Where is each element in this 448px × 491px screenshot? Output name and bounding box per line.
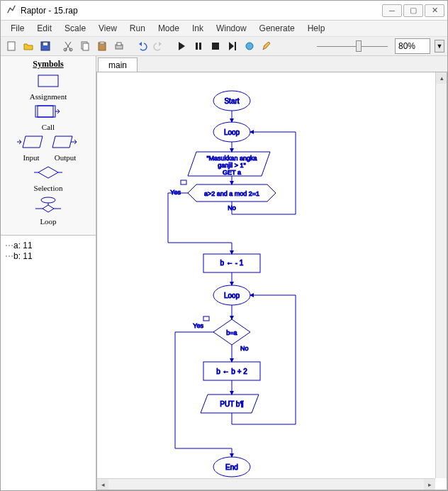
svg-text:Yes: Yes (193, 322, 203, 329)
svg-point-4 (69, 48, 72, 51)
variable-row: a: 11 (5, 241, 91, 250)
svg-rect-30 (181, 180, 186, 184)
zoom-dropdown-arrow[interactable]: ▼ (435, 40, 444, 53)
symbol-loop[interactable]: Loop (1, 196, 96, 226)
toolbar: 80% ▼ (1, 37, 447, 56)
save-button[interactable] (38, 38, 53, 54)
symbol-input[interactable]: Input (16, 135, 47, 162)
tabbar: main (96, 56, 447, 72)
svg-rect-40 (203, 316, 209, 321)
svg-text:b ← b + 2: b ← b + 2 (216, 368, 247, 375)
symbol-assignment[interactable]: Assignment (1, 74, 96, 101)
symbols-panel: Symbols Assignment Call Input (1, 56, 96, 236)
svg-text:Loop: Loop (224, 292, 240, 299)
svg-rect-14 (235, 42, 236, 50)
flowchart-canvas[interactable]: Start Loop "Masukkan angka ganjil > 1" G… (96, 72, 447, 490)
pause-button[interactable] (191, 38, 206, 54)
print-button[interactable] (111, 38, 127, 54)
svg-rect-17 (35, 106, 55, 117)
svg-rect-10 (117, 43, 121, 45)
step-button[interactable] (225, 38, 240, 54)
svg-point-15 (246, 43, 253, 50)
flowchart-svg: Start Loop "Masukkan angka ganjil > 1" G… (97, 72, 437, 490)
breakpoint-button[interactable] (242, 38, 257, 54)
stop-button[interactable] (208, 38, 223, 54)
svg-text:End: End (225, 463, 238, 471)
zoom-value: 80% (398, 41, 415, 51)
left-pane: Symbols Assignment Call Input (1, 56, 96, 490)
svg-rect-8 (100, 42, 104, 44)
svg-rect-18 (38, 106, 53, 117)
svg-rect-11 (196, 43, 198, 50)
svg-text:No: No (240, 345, 249, 352)
svg-rect-16 (38, 75, 58, 87)
canvas-pane: main Start Loop (96, 56, 447, 490)
svg-text:b ← - 1: b ← - 1 (220, 259, 244, 267)
paste-button[interactable] (94, 38, 110, 54)
svg-text:b=a: b=a (226, 329, 237, 336)
cut-button[interactable] (60, 38, 76, 54)
symbols-title: Symbols (1, 59, 96, 70)
scroll-left-arrow[interactable]: ◂ (97, 479, 108, 490)
svg-point-3 (64, 48, 67, 51)
app-window: Raptor - 15.rap ─ ▢ ✕ File Edit Scale Vi… (0, 0, 448, 491)
variable-row: b: 11 (5, 251, 91, 261)
play-button[interactable] (174, 38, 189, 54)
tab-main[interactable]: main (98, 57, 138, 72)
svg-text:GET a: GET a (223, 169, 241, 176)
menu-scale[interactable]: Scale (59, 22, 91, 35)
scroll-right-arrow[interactable]: ▸ (424, 479, 435, 490)
window-title: Raptor - 15.rap (21, 6, 78, 16)
app-icon (6, 4, 16, 16)
symbol-call[interactable]: Call (1, 104, 96, 132)
close-button[interactable]: ✕ (425, 4, 444, 17)
menu-view[interactable]: View (93, 22, 123, 35)
menu-ink[interactable]: Ink (186, 22, 209, 35)
maximize-button[interactable]: ▢ (403, 4, 423, 17)
menu-help[interactable]: Help (302, 22, 331, 35)
menu-file[interactable]: File (5, 22, 30, 35)
minimize-button[interactable]: ─ (382, 4, 402, 17)
redo-button[interactable] (151, 38, 167, 54)
vertical-scrollbar[interactable]: ▴ (435, 72, 447, 478)
svg-text:"Masukkan angka: "Masukkan angka (206, 155, 257, 162)
main-area: Symbols Assignment Call Input (1, 56, 447, 490)
svg-text:Start: Start (224, 97, 239, 105)
undo-button[interactable] (134, 38, 150, 54)
svg-rect-6 (83, 43, 89, 50)
open-button[interactable] (21, 38, 36, 54)
svg-text:ganjil > 1": ganjil > 1" (218, 162, 245, 169)
copy-button[interactable] (77, 38, 93, 54)
svg-point-19 (41, 197, 55, 203)
horizontal-scrollbar[interactable]: ◂ ▸ (97, 478, 435, 490)
svg-text:Yes: Yes (170, 189, 181, 196)
svg-text:Loop: Loop (224, 128, 240, 136)
new-button[interactable] (4, 38, 19, 54)
svg-text:a>2 and a mod 2=1: a>2 and a mod 2=1 (204, 190, 259, 197)
symbol-output[interactable]: Output (50, 135, 81, 162)
svg-rect-13 (212, 43, 219, 50)
svg-rect-2 (43, 43, 47, 45)
variables-panel: a: 11 b: 11 (1, 236, 96, 490)
svg-rect-12 (199, 43, 201, 50)
titlebar: Raptor - 15.rap ─ ▢ ✕ (1, 1, 447, 21)
menu-run[interactable]: Run (124, 22, 151, 35)
zoom-select[interactable]: 80% (395, 38, 430, 54)
svg-rect-0 (8, 42, 15, 50)
menu-edit[interactable]: Edit (31, 22, 57, 35)
menu-window[interactable]: Window (211, 22, 252, 35)
window-controls: ─ ▢ ✕ (382, 4, 444, 17)
menu-mode[interactable]: Mode (152, 22, 185, 35)
speed-slider[interactable] (317, 39, 388, 53)
menubar: File Edit Scale View Run Mode Ink Window… (1, 21, 447, 37)
pencil-button[interactable] (259, 38, 274, 54)
menu-generate[interactable]: Generate (254, 22, 301, 35)
scroll-up-arrow[interactable]: ▴ (436, 72, 447, 84)
symbol-selection[interactable]: Selection (1, 165, 96, 193)
svg-text:PUT b¶: PUT b¶ (220, 400, 244, 408)
